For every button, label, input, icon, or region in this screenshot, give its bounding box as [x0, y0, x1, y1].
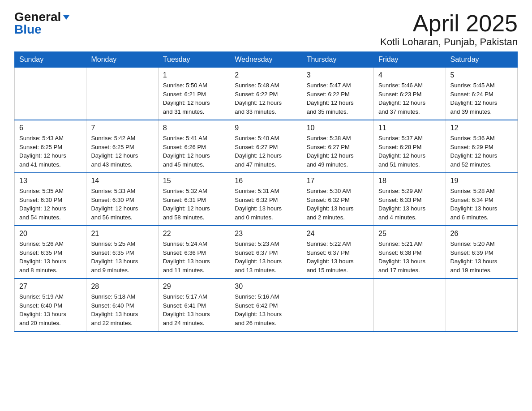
day-number: 6 [19, 124, 82, 132]
day-number: 29 [163, 283, 225, 291]
calendar-cell: 27Sunrise: 5:19 AM Sunset: 6:40 PM Dayli… [15, 278, 86, 331]
calendar-cell: 13Sunrise: 5:35 AM Sunset: 6:30 PM Dayli… [15, 173, 86, 226]
day-info: Sunrise: 5:38 AM Sunset: 6:27 PM Dayligh… [307, 134, 369, 169]
calendar-cell: 10Sunrise: 5:38 AM Sunset: 6:27 PM Dayli… [302, 120, 373, 173]
calendar-week-2: 6Sunrise: 5:43 AM Sunset: 6:25 PM Daylig… [15, 120, 518, 173]
calendar-cell: 1Sunrise: 5:50 AM Sunset: 6:21 PM Daylig… [158, 68, 230, 120]
day-info: Sunrise: 5:37 AM Sunset: 6:28 PM Dayligh… [378, 134, 441, 169]
calendar-cell: 4Sunrise: 5:46 AM Sunset: 6:23 PM Daylig… [374, 68, 446, 120]
header-row: SundayMondayTuesdayWednesdayThursdayFrid… [15, 52, 518, 68]
day-info: Sunrise: 5:26 AM Sunset: 6:35 PM Dayligh… [19, 240, 82, 274]
calendar-cell: 22Sunrise: 5:24 AM Sunset: 6:36 PM Dayli… [158, 226, 230, 278]
day-number: 30 [235, 283, 297, 291]
day-info: Sunrise: 5:29 AM Sunset: 6:33 PM Dayligh… [378, 187, 441, 222]
logo-blue-text: Blue [14, 22, 42, 36]
calendar-header: SundayMondayTuesdayWednesdayThursdayFrid… [15, 52, 518, 68]
calendar-cell: 5Sunrise: 5:45 AM Sunset: 6:24 PM Daylig… [446, 68, 517, 120]
day-info: Sunrise: 5:32 AM Sunset: 6:31 PM Dayligh… [163, 187, 225, 222]
calendar-cell [302, 278, 373, 331]
calendar-cell: 26Sunrise: 5:20 AM Sunset: 6:39 PM Dayli… [446, 226, 517, 278]
day-number: 23 [235, 230, 297, 238]
day-info: Sunrise: 5:19 AM Sunset: 6:40 PM Dayligh… [19, 292, 82, 327]
day-info: Sunrise: 5:25 AM Sunset: 6:35 PM Dayligh… [91, 240, 153, 274]
day-number: 28 [91, 283, 153, 291]
day-info: Sunrise: 5:31 AM Sunset: 6:32 PM Dayligh… [235, 187, 297, 222]
day-number: 2 [235, 71, 297, 79]
day-info: Sunrise: 5:43 AM Sunset: 6:25 PM Dayligh… [19, 134, 82, 169]
day-info: Sunrise: 5:23 AM Sunset: 6:37 PM Dayligh… [235, 240, 297, 274]
day-number: 20 [19, 230, 82, 238]
day-info: Sunrise: 5:40 AM Sunset: 6:27 PM Dayligh… [235, 134, 297, 169]
day-number: 14 [91, 177, 153, 185]
header-cell-sunday: Sunday [15, 52, 86, 68]
calendar-cell [446, 278, 517, 331]
calendar-week-3: 13Sunrise: 5:35 AM Sunset: 6:30 PM Dayli… [15, 173, 518, 226]
day-info: Sunrise: 5:30 AM Sunset: 6:32 PM Dayligh… [307, 187, 369, 222]
day-number: 19 [450, 177, 513, 185]
day-number: 7 [91, 124, 153, 132]
day-info: Sunrise: 5:48 AM Sunset: 6:22 PM Dayligh… [235, 81, 297, 116]
day-info: Sunrise: 5:21 AM Sunset: 6:38 PM Dayligh… [378, 240, 441, 274]
day-number: 22 [163, 230, 225, 238]
day-info: Sunrise: 5:22 AM Sunset: 6:37 PM Dayligh… [307, 240, 369, 274]
day-number: 15 [163, 177, 225, 185]
calendar-title: April 2025 [380, 11, 518, 36]
calendar-table: SundayMondayTuesdayWednesdayThursdayFrid… [14, 51, 518, 332]
calendar-week-4: 20Sunrise: 5:26 AM Sunset: 6:35 PM Dayli… [15, 226, 518, 278]
day-number: 9 [235, 124, 297, 132]
calendar-cell: 14Sunrise: 5:33 AM Sunset: 6:30 PM Dayli… [86, 173, 158, 226]
calendar-cell: 9Sunrise: 5:40 AM Sunset: 6:27 PM Daylig… [230, 120, 302, 173]
calendar-cell: 25Sunrise: 5:21 AM Sunset: 6:38 PM Dayli… [374, 226, 446, 278]
calendar-cell: 19Sunrise: 5:28 AM Sunset: 6:34 PM Dayli… [446, 173, 517, 226]
day-info: Sunrise: 5:41 AM Sunset: 6:26 PM Dayligh… [163, 134, 225, 169]
day-info: Sunrise: 5:16 AM Sunset: 6:42 PM Dayligh… [235, 292, 297, 327]
day-info: Sunrise: 5:46 AM Sunset: 6:23 PM Dayligh… [378, 81, 441, 116]
day-number: 12 [450, 124, 513, 132]
day-number: 25 [378, 230, 441, 238]
calendar-cell: 3Sunrise: 5:47 AM Sunset: 6:22 PM Daylig… [302, 68, 373, 120]
calendar-cell: 16Sunrise: 5:31 AM Sunset: 6:32 PM Dayli… [230, 173, 302, 226]
day-info: Sunrise: 5:28 AM Sunset: 6:34 PM Dayligh… [450, 187, 513, 222]
calendar-cell [15, 68, 86, 120]
calendar-cell: 8Sunrise: 5:41 AM Sunset: 6:26 PM Daylig… [158, 120, 230, 173]
logo-arrow-icon [61, 13, 70, 21]
header-cell-wednesday: Wednesday [230, 52, 302, 68]
calendar-week-1: 1Sunrise: 5:50 AM Sunset: 6:21 PM Daylig… [15, 68, 518, 120]
calendar-cell: 20Sunrise: 5:26 AM Sunset: 6:35 PM Dayli… [15, 226, 86, 278]
calendar-cell: 28Sunrise: 5:18 AM Sunset: 6:40 PM Dayli… [86, 278, 158, 331]
day-number: 21 [91, 230, 153, 238]
day-info: Sunrise: 5:36 AM Sunset: 6:29 PM Dayligh… [450, 134, 513, 169]
day-info: Sunrise: 5:42 AM Sunset: 6:25 PM Dayligh… [91, 134, 153, 169]
day-number: 11 [378, 124, 441, 132]
calendar-cell: 29Sunrise: 5:17 AM Sunset: 6:41 PM Dayli… [158, 278, 230, 331]
day-number: 17 [307, 177, 369, 185]
day-number: 13 [19, 177, 82, 185]
day-info: Sunrise: 5:45 AM Sunset: 6:24 PM Dayligh… [450, 81, 513, 116]
day-number: 18 [378, 177, 441, 185]
logo: General Blue [14, 11, 70, 36]
day-info: Sunrise: 5:24 AM Sunset: 6:36 PM Dayligh… [163, 240, 225, 274]
title-section: April 2025 Kotli Loharan, Punjab, Pakist… [380, 11, 518, 48]
day-info: Sunrise: 5:35 AM Sunset: 6:30 PM Dayligh… [19, 187, 82, 222]
day-number: 4 [378, 71, 441, 79]
calendar-cell: 7Sunrise: 5:42 AM Sunset: 6:25 PM Daylig… [86, 120, 158, 173]
day-info: Sunrise: 5:17 AM Sunset: 6:41 PM Dayligh… [163, 292, 225, 327]
calendar-cell: 6Sunrise: 5:43 AM Sunset: 6:25 PM Daylig… [15, 120, 86, 173]
calendar-cell: 30Sunrise: 5:16 AM Sunset: 6:42 PM Dayli… [230, 278, 302, 331]
header-cell-tuesday: Tuesday [158, 52, 230, 68]
day-number: 27 [19, 283, 82, 291]
day-info: Sunrise: 5:47 AM Sunset: 6:22 PM Dayligh… [307, 81, 369, 116]
calendar-cell: 11Sunrise: 5:37 AM Sunset: 6:28 PM Dayli… [374, 120, 446, 173]
day-number: 26 [450, 230, 513, 238]
calendar-cell: 2Sunrise: 5:48 AM Sunset: 6:22 PM Daylig… [230, 68, 302, 120]
calendar-cell [374, 278, 446, 331]
calendar-week-5: 27Sunrise: 5:19 AM Sunset: 6:40 PM Dayli… [15, 278, 518, 331]
calendar-cell: 24Sunrise: 5:22 AM Sunset: 6:37 PM Dayli… [302, 226, 373, 278]
calendar-cell: 21Sunrise: 5:25 AM Sunset: 6:35 PM Dayli… [86, 226, 158, 278]
calendar-cell: 12Sunrise: 5:36 AM Sunset: 6:29 PM Dayli… [446, 120, 517, 173]
logo-general-text: General [14, 11, 61, 23]
calendar-body: 1Sunrise: 5:50 AM Sunset: 6:21 PM Daylig… [15, 68, 518, 332]
day-number: 3 [307, 71, 369, 79]
header-cell-saturday: Saturday [446, 52, 517, 68]
day-number: 5 [450, 71, 513, 79]
